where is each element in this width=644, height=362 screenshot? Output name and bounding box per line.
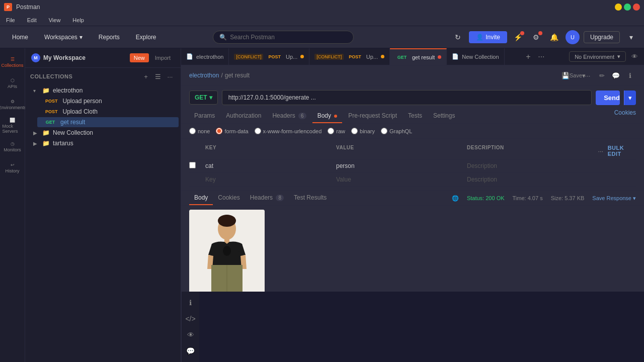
menu-file[interactable]: File [4,16,17,24]
nav-explore[interactable]: Explore [130,31,163,43]
breadcrumb-actions: 💾 Save ▾ ··· ✏ 💬 ℹ [568,69,636,81]
tab-conflict-1[interactable]: [CONFLICT] POST Up... [229,48,309,65]
nav-workspaces[interactable]: Workspaces ▾ [38,31,89,43]
gear-icon-btn[interactable]: ⚙ [529,30,543,44]
svg-rect-7 [228,290,243,292]
desc-input[interactable] [465,161,596,170]
right-eye-btn[interactable]: 👁 [184,328,198,342]
radio-binary[interactable]: binary [351,128,375,134]
environment-eye-btn[interactable]: 👁 [629,51,640,62]
url-input[interactable] [222,90,592,105]
cookies-link[interactable]: Cookies [614,109,636,123]
apis-icon: ⬡ [11,78,15,83]
tab-conflict-2[interactable]: [CONFLICT] POST Up... [309,48,390,65]
search-bar[interactable]: 🔍 [213,31,354,44]
new-tab-button[interactable]: + [523,51,534,62]
more-options-btn[interactable]: ··· [582,69,594,81]
tab-get-result[interactable]: GET get result [390,48,447,65]
radio-raw[interactable]: raw [328,128,345,134]
desc-input-empty[interactable] [465,175,596,184]
bell-icon-btn[interactable]: 🔔 [547,30,561,44]
tab-body[interactable]: Body [312,109,343,123]
response-tab-headers[interactable]: Headers 8 [245,191,289,205]
radio-form-data[interactable]: form-data [216,128,248,134]
breadcrumb-collection[interactable]: electrothon [189,72,219,79]
table-more-btn[interactable]: ··· [596,145,606,156]
right-info-btn[interactable]: ℹ [184,296,198,310]
sidebar-item-monitors[interactable]: ◷ Monitors [3,137,23,157]
sidebar-item-apis[interactable]: ⬡ APIs [3,73,23,94]
response-size: Size: 5.37 KB [551,195,585,201]
row-check[interactable] [189,162,203,170]
more-collections-btn[interactable]: ··· [165,71,176,82]
window-controls[interactable] [615,4,640,11]
tab-tests[interactable]: Tests [403,109,427,123]
nav-reports[interactable]: Reports [93,31,126,43]
sidebar-item-collections[interactable]: ☰ Collections [3,52,23,72]
send-button[interactable]: Send [596,90,620,105]
tab-authorization[interactable]: Authorization [221,109,266,123]
menu-view[interactable]: View [47,16,63,24]
close-button[interactable] [633,4,640,11]
lightning-icon-btn[interactable]: ⚡ [511,30,525,44]
person-image [189,210,265,292]
request-upload-cloth[interactable]: POST Upload Cloth [37,107,179,117]
maximize-button[interactable] [624,4,631,11]
request-upload-person[interactable]: POST Upload person [37,96,179,106]
upgrade-button[interactable]: Upgrade [584,31,620,43]
more-tabs-button[interactable]: ··· [536,51,547,62]
key-input-empty[interactable] [203,175,334,184]
tab-headers[interactable]: Headers 6 [267,109,311,123]
tab-pre-request[interactable]: Pre-request Script [343,109,402,123]
nav-home[interactable]: Home [6,31,34,43]
radio-none[interactable]: none [189,128,210,134]
user-avatar[interactable]: U [566,30,580,44]
info-icon-btn[interactable]: ℹ [624,69,636,81]
environment-dropdown[interactable]: No Environment ▾ [569,51,626,62]
new-button[interactable]: New [130,53,149,62]
collection-electrothon[interactable]: ▾ 📁 electrothon [27,85,179,96]
collections-header-actions: + ☰ ··· [140,71,176,82]
import-button[interactable]: Import [151,53,175,62]
method-select[interactable]: GET ▾ [189,90,218,105]
edit-icon-btn[interactable]: ✏ [596,69,608,81]
row-key [203,161,334,170]
save-button[interactable]: 💾 Save ▾ [568,69,580,81]
search-input[interactable] [230,34,347,41]
collection-new[interactable]: ▶ 📁 New Collection [27,128,179,138]
tab-electrothon[interactable]: 📄 electrothon [181,48,229,65]
filter-collections-btn[interactable]: ☰ [152,71,164,82]
response-tab-test-results[interactable]: Test Results [289,191,332,205]
collection-tartarus[interactable]: ▶ 📁 tartarus [27,138,179,148]
response-tab-body[interactable]: Body [189,191,213,205]
minimize-button[interactable] [615,4,622,11]
request-tabs: Params Authorization Headers 6 Body Pre-… [181,109,644,124]
sidebar-item-mock-servers[interactable]: ⬜ Mock Servers [3,116,23,136]
menu-edit[interactable]: Edit [25,16,39,24]
sync-icon-btn[interactable]: ↻ [451,30,465,44]
invite-button[interactable]: 👤 Invite [469,31,507,43]
sidebar-item-history[interactable]: ↩ History [3,158,23,178]
response-tab-cookies[interactable]: Cookies [213,191,245,205]
send-dropdown-button[interactable]: ▾ [624,90,636,105]
radio-graphql[interactable]: GraphQL [381,128,412,134]
right-comment-btn[interactable]: 💬 [184,344,198,358]
tab-settings[interactable]: Settings [428,109,460,123]
bulk-edit-btn[interactable]: Bulk Edit [608,145,636,157]
radio-urlencoded[interactable]: x-www-form-urlencoded [255,128,322,134]
sidebar-item-environments[interactable]: ⚙ Environments [3,95,23,115]
save-response-button[interactable]: Save Response ▾ [592,195,636,202]
right-code-btn[interactable]: </> [184,312,198,326]
menu-help[interactable]: Help [70,16,86,24]
upgrade-chevron-icon-btn[interactable]: ▾ [624,30,638,44]
request-get-result[interactable]: GET get result [37,117,179,127]
main-layout: ☰ Collections ⬡ APIs ⚙ Environments ⬜ Mo… [0,48,644,362]
tab-params[interactable]: Params [189,109,220,123]
comment-icon-btn[interactable]: 💬 [610,69,622,81]
key-input[interactable] [203,161,334,170]
add-collection-btn[interactable]: + [140,71,151,82]
value-input-empty[interactable] [334,175,465,184]
value-input[interactable] [334,161,465,170]
collections-panel: Collections + ☰ ··· ▾ 📁 electrothon POST… [25,68,181,362]
tab-new-collection[interactable]: 📄 New Collection [447,48,504,65]
